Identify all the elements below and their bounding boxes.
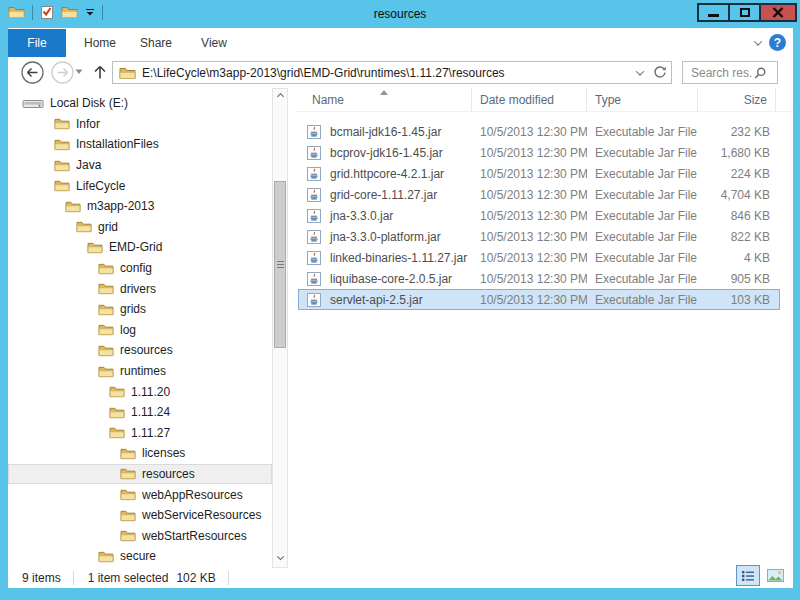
search-input[interactable] (683, 66, 753, 80)
tree-item-m3app-2013[interactable]: m3app-2013 (8, 196, 272, 217)
close-button[interactable] (759, 3, 797, 22)
file-name: grid.httpcore-4.2.1.jar (330, 167, 444, 181)
selection-count: 1 item selected (88, 571, 169, 585)
folder-icon (120, 509, 136, 522)
tree-item-installationfiles[interactable]: InstallationFiles (8, 134, 272, 155)
refresh-icon[interactable] (653, 65, 667, 80)
maximize-button[interactable] (728, 3, 761, 22)
back-button[interactable] (20, 60, 44, 84)
tree-item-label: config (120, 261, 152, 275)
file-date-cell: 10/5/2013 12:30 PM (472, 125, 587, 139)
file-size-cell: 103 KB (698, 293, 776, 307)
scrollbar-thumb[interactable] (274, 181, 286, 348)
tree-item-label: log (120, 323, 136, 337)
large-icons-view-button[interactable] (763, 565, 787, 586)
tree-item-grid[interactable]: grid (8, 217, 272, 238)
file-name-cell: jna-3.3.0-platform.jar (300, 229, 472, 245)
tree-item-runtimes[interactable]: runtimes (8, 361, 272, 382)
folder-icon (98, 282, 114, 295)
folder-icon (120, 447, 136, 460)
scroll-down-button[interactable] (273, 552, 287, 567)
column-header-date-modified[interactable]: Date modified (472, 88, 587, 111)
large-icons-view-icon (767, 569, 784, 582)
forward-button[interactable] (50, 60, 74, 84)
file-row-liquibase-core-2-0-5-jar[interactable]: liquibase-core-2.0.5.jar10/5/2013 12:30 … (298, 268, 780, 289)
help-icon[interactable]: ? (769, 34, 786, 51)
jar-file-icon (306, 271, 322, 287)
window-controls (699, 3, 797, 22)
file-row-jna-3-3-0-platform-jar[interactable]: jna-3.3.0-platform.jar10/5/2013 12:30 PM… (298, 226, 780, 247)
tree-item-lifecycle[interactable]: LifeCycle (8, 175, 272, 196)
file-row-bcprov-jdk16-1-45-jar[interactable]: bcprov-jdk16-1.45.jar10/5/2013 12:30 PME… (298, 142, 780, 163)
ribbon-collapse-icon[interactable] (754, 37, 762, 45)
tab-home[interactable]: Home (78, 29, 122, 57)
tree-item-config[interactable]: config (8, 258, 272, 279)
maximize-icon (740, 8, 750, 17)
address-dropdown-icon[interactable] (636, 67, 644, 75)
tree-item-webstartresources[interactable]: webStartResources (8, 525, 272, 546)
file-row-linked-binaries-1-11-27-jar[interactable]: linked-binaries-1.11.27.jar10/5/2013 12:… (298, 247, 780, 268)
search-icon[interactable] (753, 66, 767, 80)
tree-item-label: EMD-Grid (109, 240, 162, 254)
folder-icon (87, 241, 103, 254)
file-name-cell: grid.httpcore-4.2.1.jar (300, 166, 472, 182)
file-date-cell: 10/5/2013 12:30 PM (472, 251, 587, 265)
address-bar[interactable]: E:\LifeCycle\m3app-2013\grid\EMD-Grid\ru… (112, 61, 672, 84)
folder-icon (109, 406, 125, 419)
folder-icon (54, 179, 70, 192)
tree-item-1-11-27[interactable]: 1.11.27 (8, 423, 272, 444)
tree-item-label: resources (120, 343, 173, 357)
tab-view[interactable]: View (192, 29, 236, 57)
tree-item-label: webServiceResources (142, 508, 261, 522)
minimize-button[interactable] (697, 3, 730, 22)
ribbon-tab-row: File Home Share View ? (8, 28, 793, 58)
tree-item-resources[interactable]: resources (8, 340, 272, 361)
search-box (682, 61, 778, 84)
tree-item-local-disk-e-[interactable]: Local Disk (E:) (8, 93, 272, 114)
tree-item-drivers[interactable]: drivers (8, 278, 272, 299)
scroll-up-button[interactable] (273, 89, 287, 104)
address-path[interactable]: E:\LifeCycle\m3app-2013\grid\EMD-Grid\ru… (142, 66, 637, 80)
tree-item-emd-grid[interactable]: EMD-Grid (8, 237, 272, 258)
column-header-size[interactable]: Size (698, 88, 776, 111)
folder-icon (98, 303, 114, 316)
chevron-up-icon (276, 93, 283, 100)
file-row-grid-core-1-11-27-jar[interactable]: grid-core-1.11.27.jar10/5/2013 12:30 PME… (298, 184, 780, 205)
tab-file[interactable]: File (8, 29, 66, 57)
tree-item-label: grid (98, 220, 118, 234)
tree-item-webserviceresources[interactable]: webServiceResources (8, 505, 272, 526)
tree-item-secure[interactable]: secure (8, 546, 272, 567)
column-header-type[interactable]: Type (587, 88, 698, 111)
jar-file-icon (306, 187, 322, 203)
tree-item-label: Java (76, 158, 101, 172)
recent-locations-dropdown[interactable] (72, 60, 86, 84)
tree-item-log[interactable]: log (8, 320, 272, 341)
details-view-button[interactable] (736, 565, 760, 586)
tab-share[interactable]: Share (134, 29, 178, 57)
file-name: liquibase-core-2.0.5.jar (330, 272, 452, 286)
folder-icon (54, 138, 70, 151)
file-row-servlet-api-2-5-jar[interactable]: servlet-api-2.5.jar10/5/2013 12:30 PMExe… (298, 289, 780, 310)
tree-item-1-11-20[interactable]: 1.11.20 (8, 381, 272, 402)
tree-item-infor[interactable]: Infor (8, 114, 272, 135)
file-row-jna-3-3-0-jar[interactable]: jna-3.3.0.jar10/5/2013 12:30 PMExecutabl… (298, 205, 780, 226)
folder-icon (120, 488, 136, 501)
tree-scrollbar[interactable] (272, 88, 288, 568)
file-date-cell: 10/5/2013 12:30 PM (472, 293, 587, 307)
file-name: linked-binaries-1.11.27.jar (330, 251, 467, 265)
folder-icon (98, 262, 114, 275)
file-name: jna-3.3.0-platform.jar (330, 230, 441, 244)
file-row-bcmail-jdk16-1-45-jar[interactable]: bcmail-jdk16-1.45.jar10/5/2013 12:30 PME… (298, 121, 780, 142)
tree-item-webappresources[interactable]: webAppResources (8, 484, 272, 505)
tree-item-java[interactable]: Java (8, 155, 272, 176)
tree-item-licenses[interactable]: licenses (8, 443, 272, 464)
tree-item-resources[interactable]: resources (8, 464, 272, 485)
status-bar: 9 items 1 item selected 102 KB (8, 568, 793, 588)
tree-item-label: InstallationFiles (76, 137, 159, 151)
up-button[interactable] (88, 60, 112, 84)
file-row-grid-httpcore-4-2-1-jar[interactable]: grid.httpcore-4.2.1.jar10/5/2013 12:30 P… (298, 163, 780, 184)
file-size-cell: 232 KB (698, 125, 776, 139)
back-icon (21, 61, 44, 84)
tree-item-grids[interactable]: grids (8, 299, 272, 320)
tree-item-1-11-24[interactable]: 1.11.24 (8, 402, 272, 423)
